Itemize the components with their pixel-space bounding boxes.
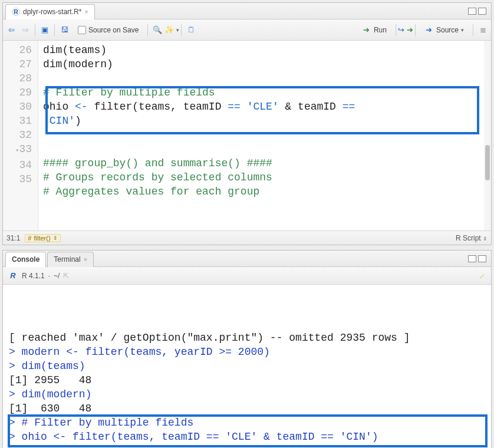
toolbar-separator	[147, 24, 148, 36]
source-statusbar: 31:1 # filter() ⇕ R Script ⇕	[3, 230, 491, 245]
r-logo-icon: R	[8, 271, 18, 281]
r-version-label: R 4.1.1	[22, 272, 45, 280]
toolbar-separator	[181, 24, 182, 36]
toolbar-separator	[396, 24, 396, 36]
toolbar-separator	[415, 24, 416, 36]
language-mode[interactable]: R Script ⇕	[456, 234, 488, 242]
source-pane: R dplyr-rows-start.R* × ⇦ ⇨ ▣ 🖫 Source o…	[2, 2, 492, 245]
toolbar-separator	[35, 24, 35, 36]
source-btn-label: Source	[436, 26, 459, 34]
source-arrow-icon: ➔	[424, 25, 434, 35]
maximize-pane-icon[interactable]	[478, 255, 486, 262]
console-window-controls	[468, 255, 489, 262]
toolbar-separator	[54, 24, 55, 36]
scope-hash-icon: #	[28, 235, 31, 242]
source-tabbar: R dplyr-rows-start.R* ×	[3, 3, 491, 19]
source-on-save-label: Source on Save	[88, 26, 139, 34]
editor-scrollbar[interactable]	[484, 41, 491, 230]
compile-report-button[interactable]: 🗒	[186, 25, 196, 35]
show-in-new-window-button[interactable]: ▣	[40, 25, 50, 35]
scope-indicator[interactable]: # filter() ⇕	[25, 234, 60, 242]
code-tools-wand-button[interactable]: ✨ ▾	[167, 25, 176, 35]
minimize-pane-icon[interactable]	[468, 255, 476, 262]
code-content[interactable]: dim(teams)dim(modern) # Filter by multip…	[38, 41, 491, 230]
lang-updown-icon[interactable]: ⇕	[483, 236, 488, 242]
scope-label: filter()	[34, 235, 50, 242]
working-dir-label: ~/	[54, 272, 60, 280]
maximize-pane-icon[interactable]	[478, 8, 486, 15]
console-tabbar: Console Terminal ×	[3, 251, 491, 267]
console-tab-label: Console	[12, 255, 39, 263]
cursor-position: 31:1	[6, 234, 20, 242]
chevron-down-icon[interactable]: ▾	[461, 27, 464, 33]
source-file-tab[interactable]: R dplyr-rows-start.R* ×	[5, 4, 95, 19]
popout-wd-icon[interactable]: ⇱	[63, 272, 69, 280]
code-editor[interactable]: 26272829303132▾333435 dim(teams)dim(mode…	[3, 41, 491, 230]
close-tab-icon[interactable]: ×	[84, 8, 88, 15]
run-label: Run	[374, 26, 387, 34]
dot-separator: ·	[48, 272, 50, 280]
back-arrow-button[interactable]: ⇦	[6, 25, 16, 35]
r-file-icon: R	[12, 8, 20, 16]
source-window-controls	[468, 8, 489, 15]
source-toolbar: ⇦ ⇨ ▣ 🖫 Source on Save 🔍 ✨ ▾ 🗒 ➔ Run ↪➔ …	[3, 19, 491, 41]
source-on-save-toggle[interactable]: Source on Save	[74, 22, 143, 38]
terminal-tab[interactable]: Terminal ×	[47, 252, 94, 267]
run-arrow-icon: ➔	[362, 25, 371, 35]
save-button[interactable]: 🖫	[60, 25, 69, 35]
forward-arrow-button[interactable]: ⇨	[21, 25, 30, 35]
outline-button[interactable]: ≣	[478, 25, 488, 35]
line-gutter: 26272829303132▾333435	[3, 41, 38, 230]
run-button[interactable]: ➔ Run	[358, 22, 391, 38]
console-tab[interactable]: Console	[5, 252, 46, 267]
find-button[interactable]: 🔍	[153, 25, 162, 35]
console-info-bar: R R 4.1.1 · ~/ ⇱ ⟋	[3, 267, 491, 285]
minimize-pane-icon[interactable]	[468, 8, 476, 15]
terminal-tab-label: Terminal	[54, 255, 80, 263]
source-script-button[interactable]: ➔ Source ▾	[420, 22, 468, 38]
console-output[interactable]: [ reached 'max' / getOption("max.print")…	[3, 285, 491, 448]
console-pane: Console Terminal × R R 4.1.1 · ~/ ⇱ ⟋ [ …	[2, 250, 492, 448]
rerun-button[interactable]: ↪➔	[401, 25, 410, 35]
scope-updown-icon[interactable]: ⇕	[53, 235, 58, 241]
clear-console-brush-icon[interactable]: ⟋	[478, 271, 486, 281]
source-tab-filename: dplyr-rows-start.R*	[23, 8, 81, 16]
toolbar-separator	[473, 24, 473, 36]
checkbox-icon[interactable]	[78, 26, 86, 34]
close-terminal-icon[interactable]: ×	[84, 256, 87, 263]
